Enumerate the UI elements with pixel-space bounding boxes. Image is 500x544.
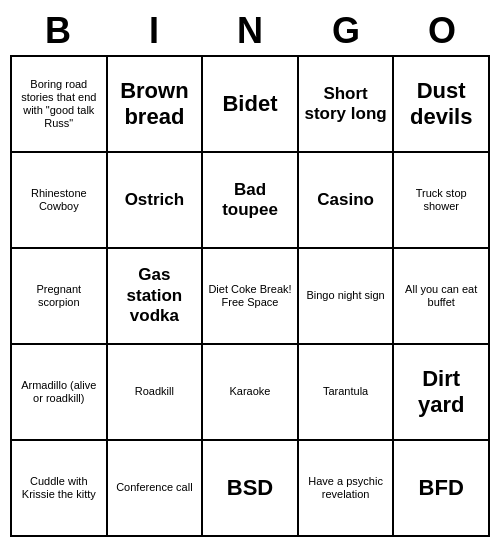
bingo-cell-2: Bidet	[203, 57, 299, 153]
bingo-cell-23: Have a psychic revelation	[299, 441, 395, 537]
bingo-card: BINGO Boring road stories that end with …	[10, 7, 490, 537]
header-letter-g: G	[298, 10, 394, 52]
bingo-cell-11: Gas station vodka	[108, 249, 204, 345]
bingo-cell-13: Bingo night sign	[299, 249, 395, 345]
bingo-cell-7: Bad toupee	[203, 153, 299, 249]
bingo-cell-16: Roadkill	[108, 345, 204, 441]
bingo-cell-8: Casino	[299, 153, 395, 249]
bingo-cell-4: Dust devils	[394, 57, 490, 153]
bingo-cell-5: Rhinestone Cowboy	[12, 153, 108, 249]
bingo-cell-3: Short story long	[299, 57, 395, 153]
bingo-cell-22: BSD	[203, 441, 299, 537]
bingo-cell-10: Pregnant scorpion	[12, 249, 108, 345]
bingo-header: BINGO	[10, 7, 490, 55]
bingo-cell-14: All you can eat buffet	[394, 249, 490, 345]
header-letter-o: O	[394, 10, 490, 52]
header-letter-i: I	[106, 10, 202, 52]
header-letter-b: B	[10, 10, 106, 52]
bingo-cell-9: Truck stop shower	[394, 153, 490, 249]
bingo-cell-18: Tarantula	[299, 345, 395, 441]
bingo-cell-15: Armadillo (alive or roadkill)	[12, 345, 108, 441]
bingo-cell-12: Diet Coke Break! Free Space	[203, 249, 299, 345]
bingo-cell-6: Ostrich	[108, 153, 204, 249]
bingo-cell-19: Dirt yard	[394, 345, 490, 441]
bingo-cell-1: Brown bread	[108, 57, 204, 153]
bingo-cell-0: Boring road stories that end with "good …	[12, 57, 108, 153]
bingo-cell-21: Conference call	[108, 441, 204, 537]
header-letter-n: N	[202, 10, 298, 52]
bingo-grid: Boring road stories that end with "good …	[10, 55, 490, 537]
bingo-cell-24: BFD	[394, 441, 490, 537]
bingo-cell-20: Cuddle with Krissie the kitty	[12, 441, 108, 537]
bingo-cell-17: Karaoke	[203, 345, 299, 441]
